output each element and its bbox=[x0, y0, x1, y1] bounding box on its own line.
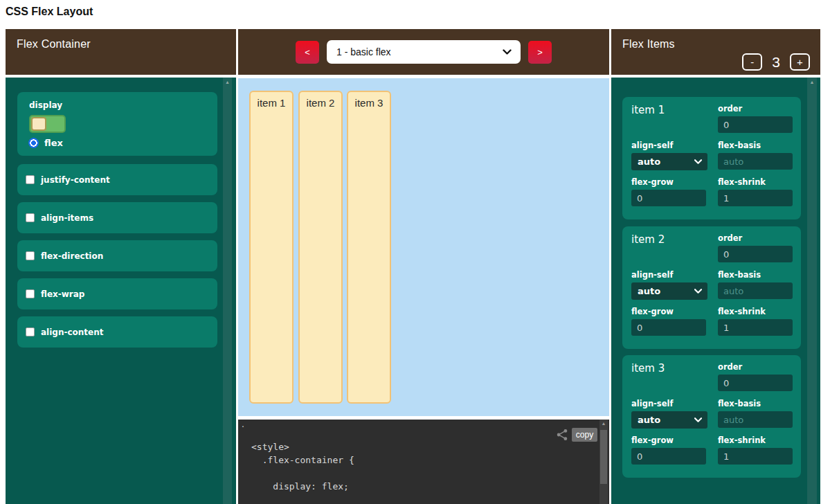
flex-container-title: Flex Container bbox=[17, 38, 91, 51]
add-item-button[interactable]: + bbox=[790, 53, 810, 71]
item-2-flex-basis-input[interactable] bbox=[718, 282, 793, 299]
option-flex-direction[interactable]: flex-direction bbox=[17, 240, 217, 271]
item-1-card: item 1 order align-self auto flex-basis … bbox=[622, 97, 801, 219]
item-3-flex-grow-input[interactable] bbox=[631, 448, 706, 465]
flex-radio-label: flex bbox=[44, 138, 63, 148]
option-flex-wrap[interactable]: flex-wrap bbox=[17, 278, 217, 309]
code-scroll-thumb[interactable] bbox=[600, 430, 607, 484]
toggle-knob bbox=[31, 117, 46, 131]
display-label: display bbox=[29, 100, 62, 110]
share-icon[interactable] bbox=[556, 429, 568, 441]
flex-radio[interactable] bbox=[28, 138, 39, 148]
item-2-name: item 2 bbox=[631, 233, 665, 246]
chevron-down-icon bbox=[694, 289, 702, 294]
item-2-align-self-select[interactable]: auto bbox=[631, 282, 707, 300]
flex-wrap-checkbox[interactable] bbox=[26, 289, 35, 298]
item-2-flex-grow-input[interactable] bbox=[631, 319, 706, 336]
align-items-label: align-items bbox=[41, 213, 93, 223]
justify-content-checkbox[interactable] bbox=[26, 175, 35, 184]
scroll-up-icon[interactable]: ▲ bbox=[223, 80, 232, 85]
item-1-align-self-select[interactable]: auto bbox=[631, 153, 707, 170]
example-nav: < 1 - basic flex > bbox=[238, 29, 609, 75]
flex-direction-checkbox[interactable] bbox=[26, 251, 35, 260]
flex-items-title: Flex Items bbox=[622, 38, 675, 51]
flex-shrink-label: flex-shrink bbox=[718, 435, 794, 445]
item-3-flex-shrink-input[interactable] bbox=[718, 448, 793, 465]
item-2-card: item 2 order align-self auto flex-basis … bbox=[622, 226, 801, 349]
option-justify-content[interactable]: justify-content bbox=[17, 164, 217, 195]
flex-shrink-label: flex-shrink bbox=[718, 177, 794, 187]
flex-grow-label: flex-grow bbox=[631, 435, 707, 445]
code-stray-dot: . bbox=[242, 418, 244, 429]
preview-item-3: item 3 bbox=[347, 91, 391, 404]
flex-container-body: display flex justify-content align-items… bbox=[6, 78, 236, 504]
chevron-down-icon bbox=[503, 49, 512, 55]
display-toggle[interactable] bbox=[29, 115, 66, 133]
align-self-label: align-self bbox=[631, 399, 707, 408]
flex-container-panel: Flex Container display flex justify-cont… bbox=[6, 29, 236, 504]
chevron-down-icon bbox=[694, 159, 702, 165]
preview-item-1: item 1 bbox=[249, 91, 294, 404]
flex-preview-area: item 1 item 2 item 3 bbox=[238, 78, 609, 416]
left-panel-scrollbar[interactable]: ▲ bbox=[223, 78, 232, 504]
item-count-controls: - 3 + bbox=[742, 53, 810, 71]
item-3-align-self-select[interactable]: auto bbox=[631, 411, 707, 429]
scroll-up-icon[interactable]: ▲ bbox=[599, 421, 608, 426]
item-3-card: item 3 order align-self auto flex-basis … bbox=[622, 355, 801, 478]
next-example-button[interactable]: > bbox=[528, 41, 552, 64]
flex-items-panel: Flex Items - 3 + item 1 order align-self… bbox=[611, 29, 820, 504]
align-self-label: align-self bbox=[631, 270, 707, 280]
generated-css-code: <style> .flex-container { display: flex; bbox=[251, 440, 354, 493]
item-1-order-input[interactable] bbox=[718, 116, 793, 133]
flex-wrap-label: flex-wrap bbox=[41, 289, 84, 299]
example-select-value: 1 - basic flex bbox=[336, 46, 391, 57]
flex-basis-label: flex-basis bbox=[718, 141, 794, 150]
item-3-flex-basis-input[interactable] bbox=[718, 411, 793, 428]
option-align-items[interactable]: align-items bbox=[17, 202, 217, 233]
page-title: CSS Flex Layout bbox=[6, 6, 93, 18]
scroll-up-icon[interactable]: ▲ bbox=[807, 80, 817, 85]
flex-basis-label: flex-basis bbox=[718, 399, 794, 408]
align-self-label: align-self bbox=[631, 141, 707, 150]
item-2-order-input[interactable] bbox=[718, 246, 793, 262]
prev-example-button[interactable]: < bbox=[296, 41, 319, 64]
right-panel-scrollbar[interactable]: ▲ bbox=[807, 78, 817, 504]
flex-container-header: Flex Container bbox=[6, 29, 236, 75]
align-self-value: auto bbox=[638, 286, 660, 296]
item-2-flex-shrink-input[interactable] bbox=[718, 319, 793, 336]
option-align-content[interactable]: align-content bbox=[17, 316, 217, 348]
item-1-name: item 1 bbox=[631, 104, 665, 116]
order-label: order bbox=[718, 362, 794, 372]
item-1-flex-shrink-input[interactable] bbox=[718, 190, 793, 206]
flex-basis-label: flex-basis bbox=[718, 270, 794, 280]
flex-grow-label: flex-grow bbox=[631, 177, 707, 187]
chevron-down-icon bbox=[694, 417, 702, 423]
flex-grow-label: flex-grow bbox=[631, 307, 707, 316]
example-nav-header: < 1 - basic flex > bbox=[238, 29, 609, 75]
display-card: display flex bbox=[17, 92, 217, 156]
align-items-checkbox[interactable] bbox=[26, 213, 35, 222]
remove-item-button[interactable]: - bbox=[742, 53, 762, 71]
item-3-order-input[interactable] bbox=[718, 375, 793, 391]
flex-shrink-label: flex-shrink bbox=[718, 307, 794, 316]
preview-panel: < 1 - basic flex > item 1 item 2 item 3 … bbox=[238, 29, 609, 504]
item-1-flex-basis-input[interactable] bbox=[718, 153, 793, 170]
order-label: order bbox=[718, 233, 794, 243]
item-3-name: item 3 bbox=[631, 362, 665, 375]
code-panel: . copy <style> .flex-container { display… bbox=[238, 420, 609, 504]
example-select[interactable]: 1 - basic flex bbox=[327, 40, 521, 64]
align-content-label: align-content bbox=[41, 327, 104, 337]
code-scrollbar[interactable]: ▲ bbox=[599, 420, 608, 504]
flex-radio-row: flex bbox=[28, 138, 63, 148]
item-1-flex-grow-input[interactable] bbox=[631, 190, 706, 206]
copy-button[interactable]: copy bbox=[572, 428, 597, 442]
preview-item-2: item 2 bbox=[298, 91, 343, 404]
align-content-checkbox[interactable] bbox=[26, 327, 35, 336]
justify-content-label: justify-content bbox=[41, 175, 110, 185]
flex-direction-label: flex-direction bbox=[41, 251, 103, 261]
flex-items-header: Flex Items - 3 + bbox=[611, 29, 820, 75]
flex-items-body: item 1 order align-self auto flex-basis … bbox=[611, 78, 820, 504]
align-self-value: auto bbox=[638, 156, 660, 167]
order-label: order bbox=[718, 104, 794, 114]
align-self-value: auto bbox=[638, 415, 660, 425]
